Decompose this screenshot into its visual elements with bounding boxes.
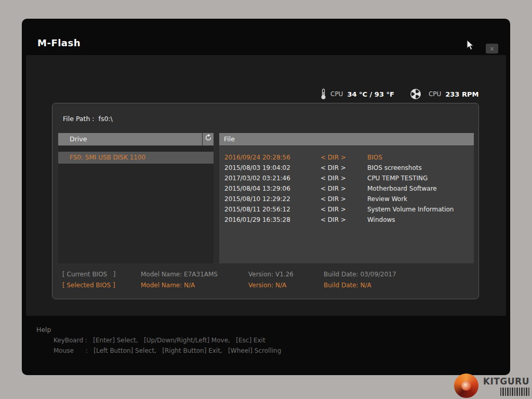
file-row[interactable]: 2015/08/03 19:04:02 < DIR > BIOS screens… [219, 163, 474, 173]
file-name: BIOS [367, 152, 474, 163]
file-row[interactable]: 2015/08/04 13:29:06 < DIR > Motherboard … [219, 183, 474, 194]
selected-bios-build: Build Date: N/A [324, 282, 371, 289]
close-icon: x [490, 45, 494, 52]
file-list: 2016/09/24 20:28:56 < DIR > BIOS 2015/08… [219, 146, 474, 263]
help-mouse-line: Mouse : [Left Button] Select, [Right But… [54, 347, 281, 354]
file-browser-panel: File Path : fs0:\ Drive File FS0: SMI US… [52, 103, 479, 299]
file-row[interactable]: 2016/01/29 16:35:28 < DIR > Windows [219, 215, 474, 225]
file-type: < DIR > [321, 215, 367, 225]
refresh-icon [205, 133, 212, 145]
mflash-window: M-Flash x CPU 34 °C / 93 °F [22, 19, 510, 375]
fan-icon [410, 88, 421, 100]
refresh-button[interactable] [203, 133, 214, 145]
file-row[interactable]: 2017/03/02 03:21:46 < DIR > CPU TEMP TES… [219, 173, 474, 183]
cpu-temp-value: 34 °C / 93 °F [347, 90, 394, 98]
current-bios-build: Build Date: 03/09/2017 [324, 271, 396, 278]
file-date: 2015/08/04 13:29:06 [224, 183, 321, 194]
file-date: 2017/03/02 03:21:46 [224, 173, 321, 183]
file-column-header: File [219, 133, 474, 145]
file-name: System Volume Information [367, 204, 474, 215]
close-button[interactable]: x [486, 44, 498, 54]
selected-bios-row: [ Selected BIOS ] Model Name: N/A Versio… [62, 282, 371, 289]
main-panel: CPU 34 °C / 93 °F CPU 233 RPM [26, 55, 506, 316]
file-type: < DIR > [321, 173, 367, 183]
file-date: 2015/08/10 12:29:22 [224, 194, 321, 204]
drive-column-header: Drive [58, 133, 202, 145]
file-date: 2016/09/24 20:28:56 [224, 152, 321, 163]
kitguru-wordmark: KITGURU [483, 376, 529, 387]
file-name: Motherboard Software [367, 183, 474, 194]
sensor-readouts: CPU 34 °C / 93 °F CPU 233 RPM [320, 87, 478, 101]
help-heading: Help [36, 326, 51, 334]
file-name: BIOS screenshots [367, 163, 474, 173]
mouse-cursor [467, 39, 475, 53]
file-row[interactable]: 2015/08/11 20:56:12 < DIR > System Volum… [219, 204, 474, 215]
file-path: File Path : fs0:\ [63, 115, 113, 123]
current-bios-version: Version: V1.26 [248, 271, 324, 278]
selected-bios-label: [ Selected BIOS ] [62, 282, 141, 289]
file-date: 2015/08/03 19:04:02 [224, 163, 321, 173]
cpu-temp-label: CPU [330, 90, 343, 98]
drive-row-selected[interactable]: FS0: SMI USB DISK 1100 [58, 152, 214, 164]
current-bios-model: Model Name: E7A31AMS [141, 271, 248, 278]
current-bios-label: [ Current BIOS ] [62, 271, 141, 278]
help-keyboard-line: KeyBoard : [Enter] Select, [Up/Down/Righ… [54, 337, 265, 344]
barcode-graphic [500, 388, 529, 396]
cpu-fan-label: CPU [429, 90, 441, 98]
current-bios-row: [ Current BIOS ] Model Name: E7A31AMS Ve… [62, 271, 396, 278]
file-name: Review Work [367, 194, 474, 204]
file-date: 2015/08/11 20:56:12 [224, 204, 321, 215]
file-type: < DIR > [321, 194, 367, 204]
cpu-fan-value: 233 RPM [445, 90, 478, 98]
thermometer-icon [320, 88, 327, 100]
kitguru-swirl-icon [454, 374, 478, 398]
file-name: CPU TEMP TESTING [367, 173, 474, 183]
selected-bios-version: Version: N/A [248, 282, 324, 289]
file-date: 2016/01/29 16:35:28 [224, 215, 321, 225]
kitguru-logo: KITGURU [454, 374, 529, 398]
file-type: < DIR > [321, 204, 367, 215]
fan-group: CPU 233 RPM [410, 88, 479, 100]
file-row[interactable]: 2015/08/10 12:29:22 < DIR > Review Work [219, 194, 474, 204]
file-type: < DIR > [321, 152, 367, 163]
selected-bios-model: Model Name: N/A [141, 282, 248, 289]
file-row[interactable]: 2016/09/24 20:28:56 < DIR > BIOS [219, 152, 474, 163]
file-name: Windows [367, 215, 474, 225]
file-type: < DIR > [321, 163, 367, 173]
page-title: M-Flash [37, 37, 81, 48]
file-type: < DIR > [321, 183, 367, 194]
drive-list: FS0: SMI USB DISK 1100 [58, 146, 214, 263]
